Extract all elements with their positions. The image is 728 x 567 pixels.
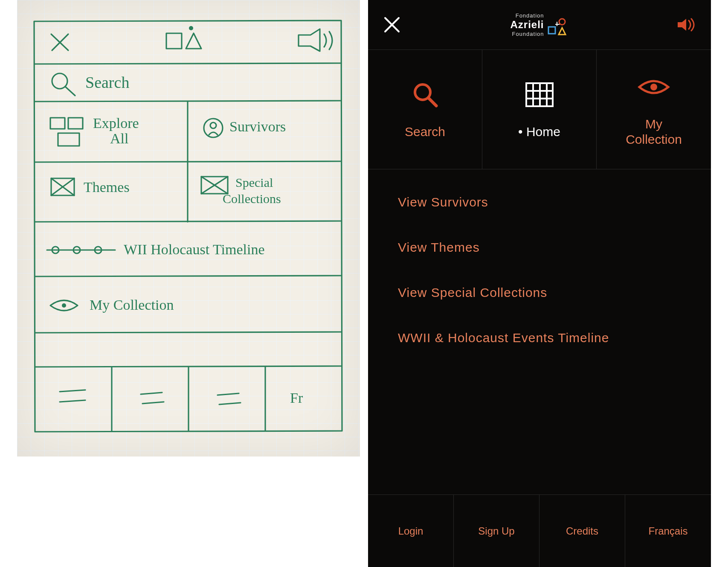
menu-timeline[interactable]: WWII & Holocaust Events Timeline (398, 331, 681, 345)
sketch-search-label: Search (85, 73, 129, 91)
search-icon (412, 81, 439, 108)
close-icon (51, 34, 68, 50)
search-icon (52, 73, 75, 96)
footer-login[interactable]: Login (368, 495, 454, 567)
footer-francais[interactable]: Français (625, 495, 711, 567)
menu-view-themes[interactable]: View Themes (398, 240, 681, 255)
svg-rect-0 (166, 33, 182, 49)
tile-search[interactable]: Search (368, 50, 482, 169)
eye-icon (638, 77, 670, 97)
tile-home[interactable]: Home (482, 50, 597, 169)
tile-search-label: Search (405, 124, 445, 140)
logo-name: Azrieli (510, 19, 544, 30)
svg-point-13 (62, 303, 66, 308)
eye-icon (50, 300, 78, 311)
logo-top: Fondation (510, 12, 544, 19)
sketch-tile-special-2: Collections (223, 192, 281, 206)
sketch-tile-explore-2: All (110, 131, 128, 146)
app-footer: Login Sign Up Credits Français (368, 494, 711, 567)
svg-point-1 (189, 26, 193, 30)
sketch-footer-fr: Fr (290, 390, 303, 406)
svg-point-15 (559, 19, 565, 25)
grid-icon (525, 82, 554, 107)
image-icon-2 (201, 177, 228, 194)
primary-tiles: Search Home My Collect (368, 49, 711, 169)
azrieli-logo: Fondation Azrieli Foundation (510, 12, 567, 37)
logo-icon (166, 26, 201, 49)
tile-home-label: Home (518, 124, 560, 140)
svg-point-7 (210, 122, 216, 128)
footer-signup[interactable]: Sign Up (454, 495, 539, 567)
image-icon (51, 178, 74, 195)
paper-sketch: Search Explore All Survivors (17, 0, 360, 457)
menu-view-survivors[interactable]: View Survivors (398, 195, 681, 209)
sound-icon (299, 29, 332, 51)
person-icon (204, 119, 223, 137)
logo-bottom: Foundation (510, 31, 544, 37)
tile-my-collection[interactable]: My Collection (597, 50, 711, 169)
sketch-tile-explore-1: Explore (93, 115, 139, 131)
svg-rect-3 (50, 118, 65, 129)
sketch-collection-label: My Collection (90, 297, 174, 313)
menu-list: View Survivors View Themes View Special … (368, 169, 711, 493)
svg-rect-4 (68, 118, 83, 129)
sketch-tile-special-1: Special (235, 175, 273, 189)
footer-credits[interactable]: Credits (539, 495, 625, 567)
sketch-tile-survivors: Survivors (229, 119, 286, 134)
sketch-tile-themes: Themes (84, 179, 130, 195)
close-icon[interactable] (383, 16, 400, 33)
menu-view-special[interactable]: View Special Collections (398, 285, 681, 300)
svg-rect-14 (548, 27, 555, 34)
sketch-timeline-label: WII Holocaust Timeline (124, 241, 265, 257)
svg-point-18 (650, 84, 657, 90)
svg-rect-5 (58, 133, 79, 146)
svg-point-2 (52, 73, 67, 89)
app-header: Fondation Azrieli Foundation (368, 0, 711, 49)
grid-icon (50, 118, 83, 146)
tile-collection-label: My Collection (626, 116, 682, 147)
logo-shapes-icon (548, 17, 567, 37)
sound-icon[interactable] (677, 17, 696, 32)
app-menu-screen: Fondation Azrieli Foundation (368, 0, 711, 567)
timeline-icon (47, 247, 115, 253)
